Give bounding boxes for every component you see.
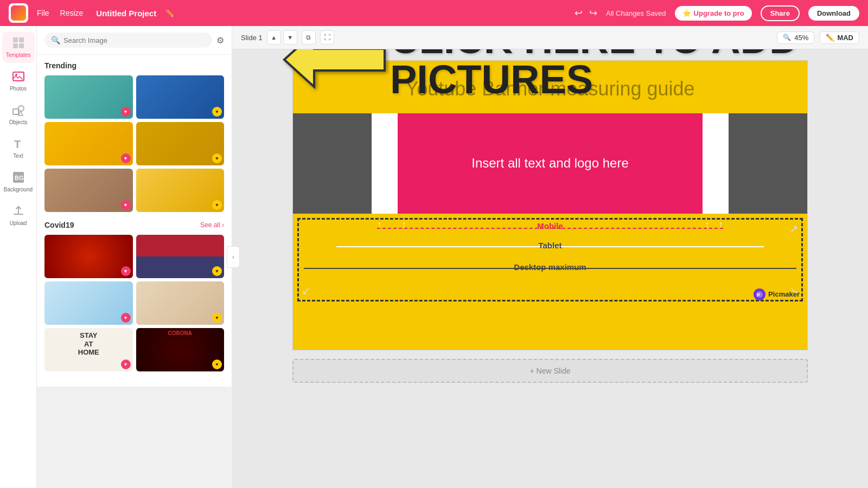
dotted-border <box>297 218 803 301</box>
search-input-wrap[interactable]: 🔍 <box>44 33 212 48</box>
sidebar-item-photos[interactable]: Photos <box>2 65 35 97</box>
trending-grid: ♥ ♥ ♥ ♥ ♥ ♥ <box>44 75 224 212</box>
copy-slide-button[interactable]: ⧉ <box>302 30 316 44</box>
panel-search-bar: 🔍 ⚙ <box>37 26 232 55</box>
list-item[interactable]: ♥ <box>44 235 133 278</box>
desktop-label: Desktop maximum <box>514 262 586 272</box>
menu-file[interactable]: File <box>37 9 49 17</box>
sidebar-item-objects[interactable]: Objects <box>2 99 35 130</box>
toolbar-right: 🔍 45% ✏️ MAD <box>777 31 859 44</box>
topbar: File Resize Untitled Project ✏️ ↩ ↪ All … <box>0 0 868 26</box>
trending-header: Trending <box>44 61 224 70</box>
tablet-label: Tablet <box>538 241 561 250</box>
see-all-covid[interactable]: See all › <box>200 221 224 229</box>
trending-title: Trending <box>44 61 76 70</box>
svg-point-7 <box>18 106 24 111</box>
banner-zones-row: Insert all text and logo here <box>293 113 807 214</box>
sidebar-label-objects: Objects <box>9 119 28 126</box>
star-icon: ⭐ <box>682 9 691 17</box>
covid-title: Covid19 <box>44 221 74 229</box>
heart-badge: ♥ <box>121 107 131 117</box>
search-input[interactable] <box>63 36 206 44</box>
zone-dark-right <box>729 113 807 214</box>
slide-up-button[interactable]: ▲ <box>267 30 281 44</box>
slide-canvas[interactable]: Youtube Banner measuring guide Insert al… <box>292 60 808 350</box>
list-item[interactable]: ♥ <box>136 75 225 119</box>
corner-arrow-bl: ↙ <box>302 284 311 297</box>
upgrade-button[interactable]: ⭐ Upgrade to pro <box>675 6 752 21</box>
list-item[interactable]: CORONA ♥ <box>136 328 225 371</box>
sidebar-label-upload: Upload <box>10 220 27 227</box>
mobile-arrow-left2: ↑ <box>401 219 406 230</box>
save-status: All Changes Saved <box>606 9 666 17</box>
slide-section: CLICK HERE TO ADDPICTURES Youtube Banner… <box>292 60 808 350</box>
sidebar-item-background[interactable]: BG Background <box>2 166 35 197</box>
heart-badge-gold: ♥ <box>212 266 222 276</box>
svg-rect-1 <box>19 37 24 42</box>
app-logo[interactable] <box>9 3 28 23</box>
sidebar-item-templates[interactable]: Templates <box>2 31 35 63</box>
yt-banner-title: Youtube Banner measuring guide <box>304 76 796 102</box>
picmaker-text: Picmaker <box>768 290 800 298</box>
covid-header: Covid19 See all › <box>44 221 224 229</box>
sidebar-label-background: Background <box>4 187 33 193</box>
yt-guide-section: Youtube Banner measuring guide <box>293 61 807 108</box>
sidebar-label-photos: Photos <box>10 86 27 92</box>
mobile-arrow-right: ↑ <box>718 219 723 230</box>
slide-down-button[interactable]: ▼ <box>283 30 297 44</box>
list-item[interactable]: ♥ <box>136 169 225 212</box>
upload-icon <box>11 204 25 218</box>
toolbar-left: Slide 1 ▲ ▼ ⧉ ⛶ <box>241 30 334 44</box>
photo-icon <box>11 69 25 84</box>
slide-nav-buttons: ▲ ▼ <box>267 30 297 44</box>
svg-rect-6 <box>13 109 18 114</box>
search-icon: 🔍 <box>51 36 60 44</box>
canvas-scroll[interactable]: CLICK HERE TO ADDPICTURES Youtube Banner… <box>232 49 868 488</box>
heart-badge-gold: ♥ <box>212 200 222 210</box>
heart-badge-gold: ♥ <box>212 359 222 369</box>
covid-grid: ♥ ♥ ♥ ♥ STAYATHOME ♥ <box>44 235 224 371</box>
expand-slide-button[interactable]: ⛶ <box>320 30 334 44</box>
list-item[interactable]: ♥ <box>44 281 133 325</box>
menu-resize[interactable]: Resize <box>60 9 84 17</box>
svg-text:BG: BG <box>15 175 24 181</box>
corner-arrow-tr: ↗ <box>789 222 799 235</box>
sidebar-item-text[interactable]: T Text <box>2 132 35 164</box>
filter-button[interactable]: ⚙ <box>216 35 224 46</box>
list-item[interactable]: ♥ <box>44 122 133 165</box>
picmaker-logo-icon: P <box>754 288 765 300</box>
svg-rect-0 <box>13 37 18 42</box>
collapse-panel-button[interactable]: ‹ <box>227 246 240 268</box>
list-item[interactable]: ♥ <box>44 169 133 212</box>
images-panel: 🔍 ⚙ Trending ♥ ♥ ♥ <box>37 26 232 387</box>
share-button[interactable]: Share <box>761 5 800 21</box>
zone-pink-center: Insert all text and logo here <box>398 113 703 214</box>
project-title[interactable]: Untitled Project <box>96 9 156 18</box>
zoom-control[interactable]: 🔍 45% <box>777 31 814 44</box>
list-item[interactable]: ♥ <box>136 235 225 278</box>
heart-badge: ♥ <box>121 313 131 323</box>
sidebar-item-upload[interactable]: Upload <box>2 200 35 231</box>
sidebar-icons: Templates Photos Objects <box>0 26 37 488</box>
undo-button[interactable]: ↩ <box>575 7 583 19</box>
undo-redo-group: ↩ ↪ <box>575 7 597 19</box>
list-item[interactable]: ♥ <box>136 122 225 165</box>
picmaker-watermark: P Picmaker <box>754 288 800 300</box>
mobile-label: Mobile <box>537 221 563 230</box>
list-item[interactable]: STAYATHOME ♥ <box>44 328 133 371</box>
new-slide-button[interactable]: + New Slide <box>292 359 808 383</box>
list-item[interactable]: ♥ <box>136 281 225 325</box>
heart-badge-gold: ♥ <box>212 313 222 323</box>
download-button[interactable]: Download <box>808 6 859 21</box>
edit-icon[interactable]: ✏️ <box>165 9 174 17</box>
canvas-area: Slide 1 ▲ ▼ ⧉ ⛶ 🔍 45% ✏️ MAD <box>232 26 868 488</box>
zone-white-right <box>703 113 729 214</box>
zone-dark-left <box>293 113 372 214</box>
redo-button[interactable]: ↪ <box>589 7 597 19</box>
panel-wrapper: 🔍 ⚙ Trending ♥ ♥ ♥ <box>37 26 232 488</box>
list-item[interactable]: ♥ <box>44 75 133 119</box>
mobile-arrow-left: ↑ <box>377 219 382 230</box>
dimension-guides: ↑ ↑ ↑ ↑ Mobile Tablet Desktop maximum ↙ <box>293 214 807 306</box>
heart-badge: ♥ <box>121 266 131 276</box>
user-label[interactable]: ✏️ MAD <box>820 31 859 44</box>
